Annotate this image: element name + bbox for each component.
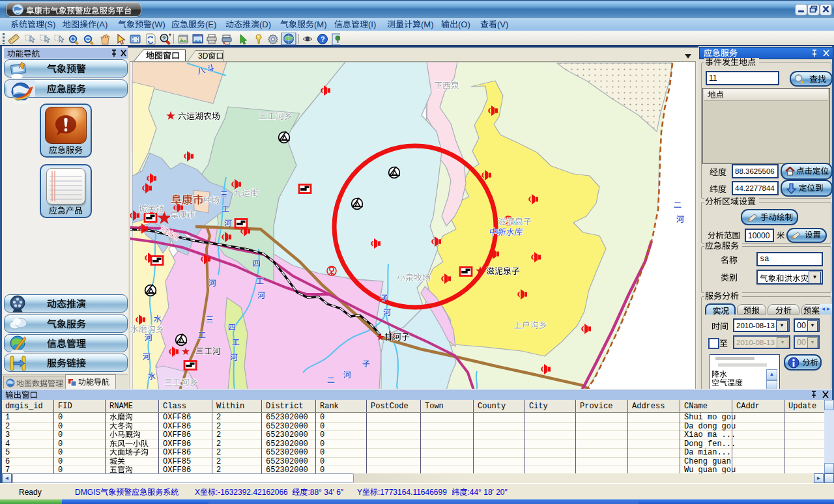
svg-text::-1632392.42162066: :-1632392.42162066 bbox=[216, 488, 288, 497]
svg-text:?: ? bbox=[321, 35, 325, 43]
svg-text:(M): (M) bbox=[314, 20, 327, 29]
svg-text:DMGIS: DMGIS bbox=[75, 488, 100, 497]
svg-text:(I): (I) bbox=[368, 20, 376, 29]
svg-text:(E): (E) bbox=[205, 20, 216, 29]
svg-text:(W): (W) bbox=[152, 20, 165, 29]
svg-text:(A): (A) bbox=[96, 20, 108, 29]
svg-text::88° 34′ 6″: :88° 34′ 6″ bbox=[308, 488, 343, 497]
svg-text:(D): (D) bbox=[259, 20, 271, 29]
svg-text:(V): (V) bbox=[497, 20, 508, 29]
svg-text:3D: 3D bbox=[198, 51, 208, 61]
svg-text:(M): (M) bbox=[421, 20, 434, 29]
svg-text::44° 18′ 20″: :44° 18′ 20″ bbox=[467, 488, 508, 497]
svg-text:Y: Y bbox=[357, 488, 362, 497]
svg-text:X: X bbox=[195, 488, 200, 497]
svg-text:(O): (O) bbox=[458, 20, 470, 29]
svg-text:(S): (S) bbox=[44, 20, 55, 29]
svg-text:?: ? bbox=[162, 35, 166, 42]
svg-text::1773164.11646699: :1773164.11646699 bbox=[378, 488, 447, 497]
